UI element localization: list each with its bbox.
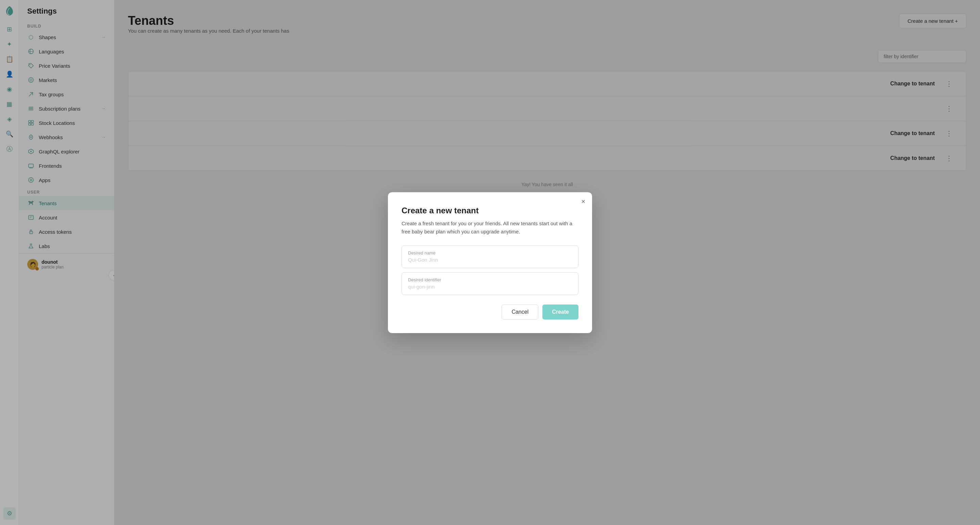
- modal-close-button[interactable]: ×: [581, 198, 585, 205]
- desired-name-input[interactable]: [408, 257, 572, 262]
- desired-identifier-input[interactable]: [408, 284, 572, 290]
- modal-overlay[interactable]: × Create a new tenant Create a fresh ten…: [0, 0, 980, 525]
- desired-identifier-label: Desired identifier: [408, 277, 572, 282]
- desired-name-label: Desired name: [408, 250, 572, 256]
- desired-identifier-field: Desired identifier: [401, 272, 579, 295]
- create-confirm-button[interactable]: Create: [542, 304, 579, 320]
- create-tenant-modal: × Create a new tenant Create a fresh ten…: [388, 192, 592, 333]
- modal-actions: Cancel Create: [401, 304, 579, 320]
- desired-name-field: Desired name: [401, 245, 579, 268]
- modal-description: Create a fresh tenant for you or your fr…: [401, 220, 579, 236]
- modal-title: Create a new tenant: [401, 206, 579, 215]
- cancel-button[interactable]: Cancel: [501, 304, 538, 320]
